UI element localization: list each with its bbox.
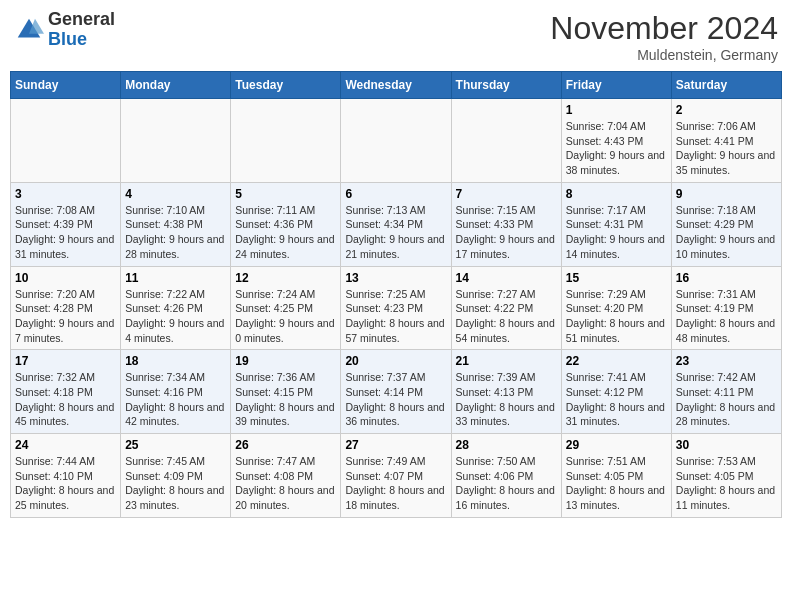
day-number: 27 <box>345 438 446 452</box>
day-number: 24 <box>15 438 116 452</box>
day-info: Sunrise: 7:45 AM Sunset: 4:09 PM Dayligh… <box>125 454 226 513</box>
day-info: Sunrise: 7:31 AM Sunset: 4:19 PM Dayligh… <box>676 287 777 346</box>
day-info: Sunrise: 7:29 AM Sunset: 4:20 PM Dayligh… <box>566 287 667 346</box>
calendar-cell: 21Sunrise: 7:39 AM Sunset: 4:13 PM Dayli… <box>451 350 561 434</box>
day-info: Sunrise: 7:51 AM Sunset: 4:05 PM Dayligh… <box>566 454 667 513</box>
day-info: Sunrise: 7:18 AM Sunset: 4:29 PM Dayligh… <box>676 203 777 262</box>
calendar-cell: 18Sunrise: 7:34 AM Sunset: 4:16 PM Dayli… <box>121 350 231 434</box>
calendar-cell: 14Sunrise: 7:27 AM Sunset: 4:22 PM Dayli… <box>451 266 561 350</box>
day-number: 17 <box>15 354 116 368</box>
calendar-cell: 15Sunrise: 7:29 AM Sunset: 4:20 PM Dayli… <box>561 266 671 350</box>
calendar-cell: 19Sunrise: 7:36 AM Sunset: 4:15 PM Dayli… <box>231 350 341 434</box>
calendar-cell: 2Sunrise: 7:06 AM Sunset: 4:41 PM Daylig… <box>671 99 781 183</box>
day-info: Sunrise: 7:06 AM Sunset: 4:41 PM Dayligh… <box>676 119 777 178</box>
day-info: Sunrise: 7:44 AM Sunset: 4:10 PM Dayligh… <box>15 454 116 513</box>
day-info: Sunrise: 7:37 AM Sunset: 4:14 PM Dayligh… <box>345 370 446 429</box>
day-number: 9 <box>676 187 777 201</box>
logo-text: General Blue <box>48 10 115 50</box>
calendar-cell: 7Sunrise: 7:15 AM Sunset: 4:33 PM Daylig… <box>451 182 561 266</box>
day-info: Sunrise: 7:25 AM Sunset: 4:23 PM Dayligh… <box>345 287 446 346</box>
calendar-cell: 1Sunrise: 7:04 AM Sunset: 4:43 PM Daylig… <box>561 99 671 183</box>
calendar-table: SundayMondayTuesdayWednesdayThursdayFrid… <box>10 71 782 518</box>
day-info: Sunrise: 7:53 AM Sunset: 4:05 PM Dayligh… <box>676 454 777 513</box>
day-of-week-header: Wednesday <box>341 72 451 99</box>
day-number: 18 <box>125 354 226 368</box>
day-of-week-header: Saturday <box>671 72 781 99</box>
calendar-cell: 22Sunrise: 7:41 AM Sunset: 4:12 PM Dayli… <box>561 350 671 434</box>
day-info: Sunrise: 7:22 AM Sunset: 4:26 PM Dayligh… <box>125 287 226 346</box>
day-info: Sunrise: 7:08 AM Sunset: 4:39 PM Dayligh… <box>15 203 116 262</box>
day-info: Sunrise: 7:50 AM Sunset: 4:06 PM Dayligh… <box>456 454 557 513</box>
day-number: 11 <box>125 271 226 285</box>
day-number: 15 <box>566 271 667 285</box>
calendar-cell: 11Sunrise: 7:22 AM Sunset: 4:26 PM Dayli… <box>121 266 231 350</box>
day-number: 20 <box>345 354 446 368</box>
month-title: November 2024 <box>550 10 778 47</box>
calendar-cell: 28Sunrise: 7:50 AM Sunset: 4:06 PM Dayli… <box>451 434 561 518</box>
location-title: Muldenstein, Germany <box>550 47 778 63</box>
calendar-cell: 29Sunrise: 7:51 AM Sunset: 4:05 PM Dayli… <box>561 434 671 518</box>
day-info: Sunrise: 7:36 AM Sunset: 4:15 PM Dayligh… <box>235 370 336 429</box>
calendar-header-row: SundayMondayTuesdayWednesdayThursdayFrid… <box>11 72 782 99</box>
day-info: Sunrise: 7:49 AM Sunset: 4:07 PM Dayligh… <box>345 454 446 513</box>
day-number: 14 <box>456 271 557 285</box>
calendar-cell: 10Sunrise: 7:20 AM Sunset: 4:28 PM Dayli… <box>11 266 121 350</box>
day-number: 25 <box>125 438 226 452</box>
day-info: Sunrise: 7:27 AM Sunset: 4:22 PM Dayligh… <box>456 287 557 346</box>
day-number: 8 <box>566 187 667 201</box>
day-info: Sunrise: 7:04 AM Sunset: 4:43 PM Dayligh… <box>566 119 667 178</box>
day-number: 28 <box>456 438 557 452</box>
day-info: Sunrise: 7:42 AM Sunset: 4:11 PM Dayligh… <box>676 370 777 429</box>
day-info: Sunrise: 7:39 AM Sunset: 4:13 PM Dayligh… <box>456 370 557 429</box>
day-number: 10 <box>15 271 116 285</box>
day-number: 12 <box>235 271 336 285</box>
day-number: 3 <box>15 187 116 201</box>
day-info: Sunrise: 7:11 AM Sunset: 4:36 PM Dayligh… <box>235 203 336 262</box>
day-info: Sunrise: 7:20 AM Sunset: 4:28 PM Dayligh… <box>15 287 116 346</box>
calendar-week-row: 24Sunrise: 7:44 AM Sunset: 4:10 PM Dayli… <box>11 434 782 518</box>
day-info: Sunrise: 7:15 AM Sunset: 4:33 PM Dayligh… <box>456 203 557 262</box>
day-of-week-header: Thursday <box>451 72 561 99</box>
day-of-week-header: Tuesday <box>231 72 341 99</box>
calendar-cell: 5Sunrise: 7:11 AM Sunset: 4:36 PM Daylig… <box>231 182 341 266</box>
calendar-cell: 26Sunrise: 7:47 AM Sunset: 4:08 PM Dayli… <box>231 434 341 518</box>
calendar-week-row: 10Sunrise: 7:20 AM Sunset: 4:28 PM Dayli… <box>11 266 782 350</box>
calendar-cell <box>231 99 341 183</box>
day-number: 30 <box>676 438 777 452</box>
calendar-week-row: 17Sunrise: 7:32 AM Sunset: 4:18 PM Dayli… <box>11 350 782 434</box>
day-number: 19 <box>235 354 336 368</box>
day-number: 2 <box>676 103 777 117</box>
day-number: 26 <box>235 438 336 452</box>
day-number: 29 <box>566 438 667 452</box>
day-info: Sunrise: 7:34 AM Sunset: 4:16 PM Dayligh… <box>125 370 226 429</box>
calendar-cell: 9Sunrise: 7:18 AM Sunset: 4:29 PM Daylig… <box>671 182 781 266</box>
calendar-cell: 16Sunrise: 7:31 AM Sunset: 4:19 PM Dayli… <box>671 266 781 350</box>
day-number: 6 <box>345 187 446 201</box>
day-of-week-header: Monday <box>121 72 231 99</box>
calendar-cell: 3Sunrise: 7:08 AM Sunset: 4:39 PM Daylig… <box>11 182 121 266</box>
day-info: Sunrise: 7:13 AM Sunset: 4:34 PM Dayligh… <box>345 203 446 262</box>
day-number: 16 <box>676 271 777 285</box>
day-number: 21 <box>456 354 557 368</box>
calendar-cell: 8Sunrise: 7:17 AM Sunset: 4:31 PM Daylig… <box>561 182 671 266</box>
day-number: 22 <box>566 354 667 368</box>
calendar-cell: 6Sunrise: 7:13 AM Sunset: 4:34 PM Daylig… <box>341 182 451 266</box>
calendar-week-row: 1Sunrise: 7:04 AM Sunset: 4:43 PM Daylig… <box>11 99 782 183</box>
title-area: November 2024 Muldenstein, Germany <box>550 10 778 63</box>
logo-icon <box>14 15 44 45</box>
calendar-cell <box>341 99 451 183</box>
logo-blue: Blue <box>48 29 87 49</box>
calendar-cell <box>121 99 231 183</box>
day-of-week-header: Friday <box>561 72 671 99</box>
calendar-cell: 13Sunrise: 7:25 AM Sunset: 4:23 PM Dayli… <box>341 266 451 350</box>
day-number: 13 <box>345 271 446 285</box>
calendar-cell: 25Sunrise: 7:45 AM Sunset: 4:09 PM Dayli… <box>121 434 231 518</box>
day-of-week-header: Sunday <box>11 72 121 99</box>
day-number: 1 <box>566 103 667 117</box>
calendar-cell: 30Sunrise: 7:53 AM Sunset: 4:05 PM Dayli… <box>671 434 781 518</box>
day-info: Sunrise: 7:47 AM Sunset: 4:08 PM Dayligh… <box>235 454 336 513</box>
logo-general: General <box>48 9 115 29</box>
calendar-cell <box>451 99 561 183</box>
day-info: Sunrise: 7:17 AM Sunset: 4:31 PM Dayligh… <box>566 203 667 262</box>
calendar-cell: 17Sunrise: 7:32 AM Sunset: 4:18 PM Dayli… <box>11 350 121 434</box>
